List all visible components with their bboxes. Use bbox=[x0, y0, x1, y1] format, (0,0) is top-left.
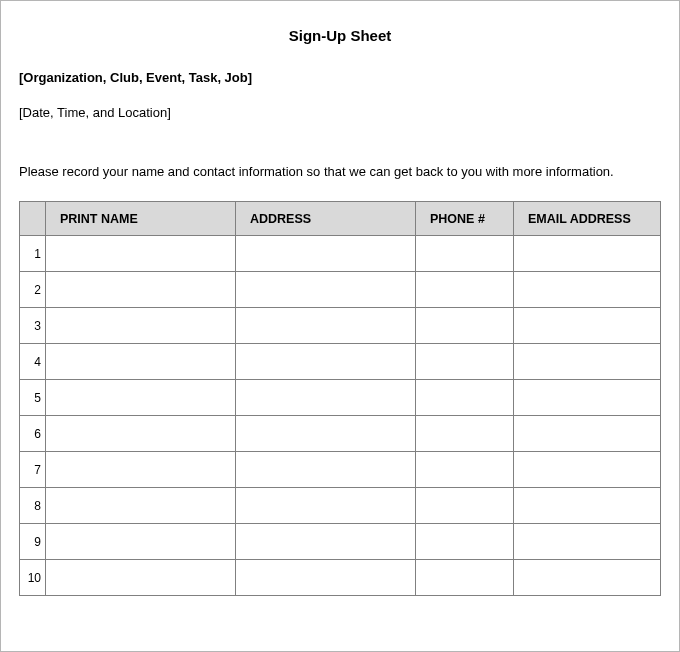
table-row: 6 bbox=[20, 416, 661, 452]
cell-email bbox=[514, 236, 661, 272]
cell-email bbox=[514, 380, 661, 416]
table-row: 10 bbox=[20, 560, 661, 596]
row-number: 6 bbox=[20, 416, 46, 452]
organization-placeholder: [Organization, Club, Event, Task, Job] bbox=[19, 70, 661, 85]
row-number: 1 bbox=[20, 236, 46, 272]
date-time-location-placeholder: [Date, Time, and Location] bbox=[19, 105, 661, 120]
row-number: 7 bbox=[20, 452, 46, 488]
header-phone: PHONE # bbox=[416, 202, 514, 236]
row-number: 10 bbox=[20, 560, 46, 596]
cell-phone bbox=[416, 488, 514, 524]
header-print-name: PRINT NAME bbox=[46, 202, 236, 236]
cell-phone bbox=[416, 524, 514, 560]
table-row: 4 bbox=[20, 344, 661, 380]
header-address: ADDRESS bbox=[236, 202, 416, 236]
cell-phone bbox=[416, 560, 514, 596]
cell-print-name bbox=[46, 560, 236, 596]
table-row: 1 bbox=[20, 236, 661, 272]
instruction-text: Please record your name and contact info… bbox=[19, 164, 661, 179]
cell-phone bbox=[416, 416, 514, 452]
cell-print-name bbox=[46, 236, 236, 272]
table-row: 8 bbox=[20, 488, 661, 524]
row-number: 9 bbox=[20, 524, 46, 560]
cell-print-name bbox=[46, 524, 236, 560]
cell-email bbox=[514, 308, 661, 344]
cell-email bbox=[514, 344, 661, 380]
table-row: 2 bbox=[20, 272, 661, 308]
signup-table: PRINT NAME ADDRESS PHONE # EMAIL ADDRESS… bbox=[19, 201, 661, 596]
table-header-row: PRINT NAME ADDRESS PHONE # EMAIL ADDRESS bbox=[20, 202, 661, 236]
header-number-col bbox=[20, 202, 46, 236]
cell-address bbox=[236, 380, 416, 416]
cell-address bbox=[236, 452, 416, 488]
cell-address bbox=[236, 560, 416, 596]
cell-phone bbox=[416, 236, 514, 272]
table-row: 5 bbox=[20, 380, 661, 416]
cell-phone bbox=[416, 272, 514, 308]
cell-print-name bbox=[46, 488, 236, 524]
row-number: 8 bbox=[20, 488, 46, 524]
cell-address bbox=[236, 524, 416, 560]
cell-print-name bbox=[46, 344, 236, 380]
cell-email bbox=[514, 272, 661, 308]
page-title: Sign-Up Sheet bbox=[19, 27, 661, 44]
table-row: 7 bbox=[20, 452, 661, 488]
table-row: 3 bbox=[20, 308, 661, 344]
cell-print-name bbox=[46, 452, 236, 488]
cell-print-name bbox=[46, 416, 236, 452]
cell-email bbox=[514, 488, 661, 524]
cell-print-name bbox=[46, 380, 236, 416]
cell-email bbox=[514, 560, 661, 596]
cell-address bbox=[236, 488, 416, 524]
row-number: 4 bbox=[20, 344, 46, 380]
cell-phone bbox=[416, 344, 514, 380]
cell-phone bbox=[416, 380, 514, 416]
cell-email bbox=[514, 452, 661, 488]
row-number: 2 bbox=[20, 272, 46, 308]
document-page: Sign-Up Sheet [Organization, Club, Event… bbox=[0, 0, 680, 652]
cell-address bbox=[236, 308, 416, 344]
table-row: 9 bbox=[20, 524, 661, 560]
cell-print-name bbox=[46, 272, 236, 308]
cell-address bbox=[236, 416, 416, 452]
cell-address bbox=[236, 272, 416, 308]
cell-address bbox=[236, 236, 416, 272]
cell-phone bbox=[416, 452, 514, 488]
header-email-address: EMAIL ADDRESS bbox=[514, 202, 661, 236]
cell-email bbox=[514, 524, 661, 560]
cell-print-name bbox=[46, 308, 236, 344]
cell-address bbox=[236, 344, 416, 380]
row-number: 5 bbox=[20, 380, 46, 416]
row-number: 3 bbox=[20, 308, 46, 344]
cell-phone bbox=[416, 308, 514, 344]
cell-email bbox=[514, 416, 661, 452]
